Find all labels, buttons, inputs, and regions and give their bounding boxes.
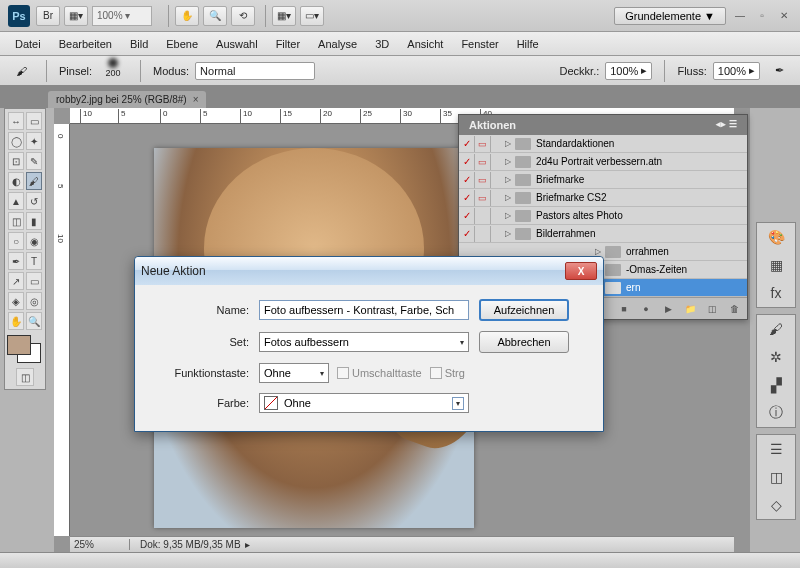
brush-preview[interactable]: 200 (98, 58, 128, 84)
gradient-tool[interactable]: ▮ (26, 212, 42, 230)
set-select[interactable]: Fotos aufbessern▾ (259, 332, 469, 352)
document-tab-title: robby2.jpg bei 25% (RGB/8#) (56, 94, 187, 105)
color-swatches[interactable] (7, 335, 43, 363)
mini-bridge-button[interactable]: ▦▾ (64, 6, 88, 26)
camera-tool[interactable]: ◎ (26, 292, 42, 310)
info-panel-icon[interactable]: ⓘ (766, 403, 786, 423)
maximize-icon[interactable]: ▫ (754, 9, 770, 23)
menu-ebene[interactable]: Ebene (157, 38, 207, 50)
histogram-panel-icon[interactable]: ▞ (766, 375, 786, 395)
toolbox: ↔▭ ◯✦ ⊡✎ ◐🖌 ▲↺ ◫▮ ○◉ ✒T ↗▭ ◈◎ ✋🔍 ◫ (4, 108, 46, 390)
menu-ansicht[interactable]: Ansicht (398, 38, 452, 50)
color-label: Farbe: (149, 397, 249, 409)
quickmask-tool[interactable]: ◫ (16, 368, 34, 386)
menu-auswahl[interactable]: Auswahl (207, 38, 267, 50)
eraser-tool[interactable]: ◫ (8, 212, 24, 230)
path-tool[interactable]: ↗ (8, 272, 24, 290)
new-action-dialog: Neue Aktion X Name: Aufzeichnen Set: Fot… (134, 256, 604, 432)
new-action-icon[interactable]: ◫ (705, 302, 719, 316)
menu-analyse[interactable]: Analyse (309, 38, 366, 50)
record-icon[interactable]: ● (639, 302, 653, 316)
name-input[interactable] (259, 300, 469, 320)
mode-select[interactable]: Normal (195, 62, 315, 80)
dialog-title: Neue Aktion (141, 264, 206, 278)
rotate-view-icon[interactable]: ⟲ (231, 6, 255, 26)
pen-tool[interactable]: ✒ (8, 252, 24, 270)
zoom-tool-icon[interactable]: 🔍 (203, 6, 227, 26)
navigator-panel-icon[interactable]: ✲ (766, 347, 786, 367)
history-brush-tool[interactable]: ↺ (26, 192, 42, 210)
eyedropper-tool[interactable]: ✎ (26, 152, 42, 170)
wand-tool[interactable]: ✦ (26, 132, 42, 150)
trash-icon[interactable]: 🗑 (727, 302, 741, 316)
shape-tool[interactable]: ▭ (26, 272, 42, 290)
dialog-close-button[interactable]: X (565, 262, 597, 280)
menu-datei[interactable]: Datei (6, 38, 50, 50)
status-doc-size: Dok: 9,35 MB/9,35 MB (130, 539, 241, 550)
opacity-field[interactable]: 100% ▸ (605, 62, 652, 80)
layers-panel-icon[interactable]: ☰ (766, 439, 786, 459)
tab-close-icon[interactable]: × (193, 94, 199, 105)
styles-panel-icon[interactable]: fx (766, 283, 786, 303)
zoom-level-select[interactable]: 100% ▾ (92, 6, 152, 26)
stop-icon[interactable]: ■ (617, 302, 631, 316)
minimize-icon[interactable]: — (732, 9, 748, 23)
actions-panel-tab[interactable]: Aktionen◂▸ ☰ (459, 115, 747, 135)
flow-field[interactable]: 100% ▸ (713, 62, 760, 80)
action-row[interactable]: ✓▷Bilderrahmen (459, 225, 747, 243)
zoom-tool[interactable]: 🔍 (26, 312, 42, 330)
brush-tool-icon[interactable]: 🖌 (8, 61, 34, 81)
lasso-tool[interactable]: ◯ (8, 132, 24, 150)
marquee-tool[interactable]: ▭ (26, 112, 42, 130)
menu-fenster[interactable]: Fenster (452, 38, 507, 50)
swatches-panel-icon[interactable]: ▦ (766, 255, 786, 275)
brush-tool[interactable]: 🖌 (26, 172, 42, 190)
action-row[interactable]: ✓▭▷Standardaktionen (459, 135, 747, 153)
3d-tool[interactable]: ◈ (8, 292, 24, 310)
record-button[interactable]: Aufzeichnen (479, 299, 569, 321)
menu-3d[interactable]: 3D (366, 38, 398, 50)
pan-tool-icon[interactable]: ✋ (175, 6, 199, 26)
screen-mode-button[interactable]: ▭▾ (300, 6, 324, 26)
airbrush-icon[interactable]: ✒ (766, 61, 792, 81)
heal-tool[interactable]: ◐ (8, 172, 24, 190)
right-panel-strip: 🎨▦fx 🖌✲▞ⓘ ☰◫◇ (756, 222, 796, 520)
status-zoom[interactable]: 25% (70, 539, 130, 550)
channels-panel-icon[interactable]: ◫ (766, 467, 786, 487)
stamp-tool[interactable]: ▲ (8, 192, 24, 210)
action-row[interactable]: ✓▭▷Briefmarke (459, 171, 747, 189)
dialog-titlebar[interactable]: Neue Aktion X (135, 257, 603, 285)
color-select[interactable]: Ohne ▾ (259, 393, 469, 413)
brushes-panel-icon[interactable]: 🖌 (766, 319, 786, 339)
document-tab[interactable]: robby2.jpg bei 25% (RGB/8#) × (48, 91, 206, 108)
action-row[interactable]: ✓▭▷Briefmarke CS2 (459, 189, 747, 207)
menu-filter[interactable]: Filter (267, 38, 309, 50)
menu-bild[interactable]: Bild (121, 38, 157, 50)
type-tool[interactable]: T (26, 252, 42, 270)
bridge-button[interactable]: Br (36, 6, 60, 26)
flow-label: Fluss: (677, 65, 706, 77)
hand-tool[interactable]: ✋ (8, 312, 24, 330)
crop-tool[interactable]: ⊡ (8, 152, 24, 170)
ruler-vertical: 0510 (54, 124, 70, 536)
mode-label: Modus: (153, 65, 189, 77)
close-icon[interactable]: ✕ (776, 9, 792, 23)
fkey-select[interactable]: Ohne▾ (259, 363, 329, 383)
workspace-selector[interactable]: Grundelemente ▼ (614, 7, 726, 25)
blur-tool[interactable]: ○ (8, 232, 24, 250)
cancel-button[interactable]: Abbrechen (479, 331, 569, 353)
action-row[interactable]: ✓▷Pastors altes Photo (459, 207, 747, 225)
menu-hilfe[interactable]: Hilfe (508, 38, 548, 50)
opacity-label: Deckkr.: (560, 65, 600, 77)
color-panel-icon[interactable]: 🎨 (766, 227, 786, 247)
new-set-icon[interactable]: 📁 (683, 302, 697, 316)
menu-bearbeiten[interactable]: Bearbeiten (50, 38, 121, 50)
arrange-docs-button[interactable]: ▦▾ (272, 6, 296, 26)
action-row[interactable]: ✓▭▷2d4u Portrait verbessern.atn (459, 153, 747, 171)
play-icon[interactable]: ▶ (661, 302, 675, 316)
paths-panel-icon[interactable]: ◇ (766, 495, 786, 515)
dodge-tool[interactable]: ◉ (26, 232, 42, 250)
photoshop-logo: Ps (8, 5, 30, 27)
move-tool[interactable]: ↔ (8, 112, 24, 130)
options-bar: 🖌 Pinsel: 200 Modus: Normal Deckkr.: 100… (0, 56, 800, 86)
